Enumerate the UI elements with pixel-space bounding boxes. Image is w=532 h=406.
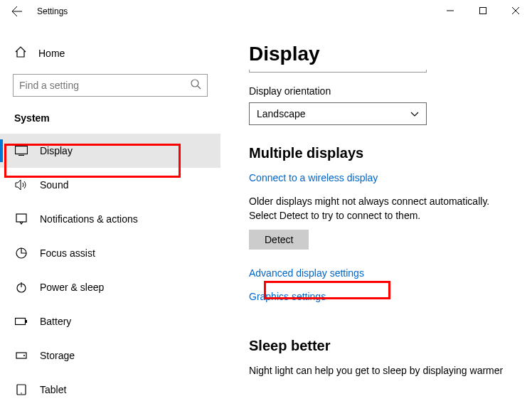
tablet-icon: [14, 384, 28, 395]
category-heading: System: [0, 112, 220, 134]
focus-assist-icon: [14, 247, 28, 259]
close-button[interactable]: [499, 0, 532, 21]
arrow-left-icon: [11, 6, 23, 17]
svg-point-10: [21, 392, 22, 394]
sidebar-item-label: Tablet: [40, 384, 66, 395]
orientation-dropdown[interactable]: Landscape: [249, 102, 427, 125]
sidebar-item-tablet[interactable]: Tablet: [0, 373, 220, 406]
titlebar: Settings: [0, 0, 532, 23]
svg-rect-3: [16, 214, 26, 222]
svg-point-1: [191, 80, 198, 87]
detect-button[interactable]: Detect: [249, 230, 309, 250]
home-icon: [14, 46, 27, 61]
minimize-icon: [447, 7, 454, 14]
orientation-value: Landscape: [257, 108, 306, 119]
svg-point-8: [23, 355, 25, 356]
content-area: Display Display orientation Landscape Mu…: [220, 23, 532, 406]
sidebar-item-sound[interactable]: Sound: [0, 168, 220, 202]
sidebar-item-label: Battery: [40, 316, 71, 327]
multiple-displays-heading: Multiple displays: [249, 145, 504, 161]
graphics-settings-link[interactable]: Graphics settings: [249, 291, 326, 302]
sound-icon: [14, 179, 28, 191]
power-icon: [14, 282, 28, 293]
maximize-button[interactable]: [467, 0, 499, 21]
battery-icon: [14, 317, 28, 326]
svg-rect-5: [16, 319, 26, 325]
search-input[interactable]: [13, 74, 208, 97]
sidebar-item-display[interactable]: Display: [0, 134, 220, 168]
sidebar-item-storage[interactable]: Storage: [0, 338, 220, 373]
advanced-display-link[interactable]: Advanced display settings: [249, 267, 364, 279]
sidebar-item-battery[interactable]: Battery: [0, 304, 220, 338]
sidebar-item-label: Focus assist: [40, 247, 95, 259]
close-icon: [512, 7, 519, 14]
search-icon: [190, 78, 201, 92]
window-title: Settings: [37, 6, 68, 16]
sleep-description: Night light can help you get to sleep by…: [249, 364, 504, 378]
sidebar-item-label: Sound: [40, 179, 68, 191]
maximize-icon: [479, 7, 486, 14]
sidebar-item-label: Notifications & actions: [40, 213, 138, 225]
search-field[interactable]: [19, 80, 190, 91]
back-button[interactable]: [0, 0, 34, 23]
home-label: Home: [38, 48, 65, 59]
detect-description: Older displays might not always connect …: [249, 195, 504, 223]
sidebar-item-label: Display: [40, 145, 73, 156]
home-link[interactable]: Home: [0, 40, 220, 74]
wireless-display-link[interactable]: Connect to a wireless display: [249, 172, 378, 183]
resolution-dropdown-partial[interactable]: [249, 70, 427, 73]
sidebar-item-notifications[interactable]: Notifications & actions: [0, 202, 220, 236]
notifications-icon: [14, 213, 28, 225]
display-icon: [14, 146, 28, 156]
sidebar-item-focus-assist[interactable]: Focus assist: [0, 236, 220, 270]
svg-rect-2: [16, 146, 28, 154]
svg-rect-6: [26, 320, 27, 323]
sidebar-item-label: Power & sleep: [40, 282, 104, 293]
minimize-button[interactable]: [434, 0, 467, 21]
storage-icon: [14, 350, 28, 361]
orientation-label: Display orientation: [249, 85, 504, 97]
page-title: Display: [249, 43, 504, 65]
svg-rect-0: [480, 8, 486, 14]
sleep-better-heading: Sleep better: [249, 338, 504, 354]
chevron-down-icon: [410, 108, 419, 119]
sidebar-item-power-sleep[interactable]: Power & sleep: [0, 270, 220, 304]
window-controls: [434, 0, 532, 21]
sidebar-item-label: Storage: [40, 350, 75, 361]
sidebar: Home System Display Sound Notifica: [0, 23, 220, 406]
